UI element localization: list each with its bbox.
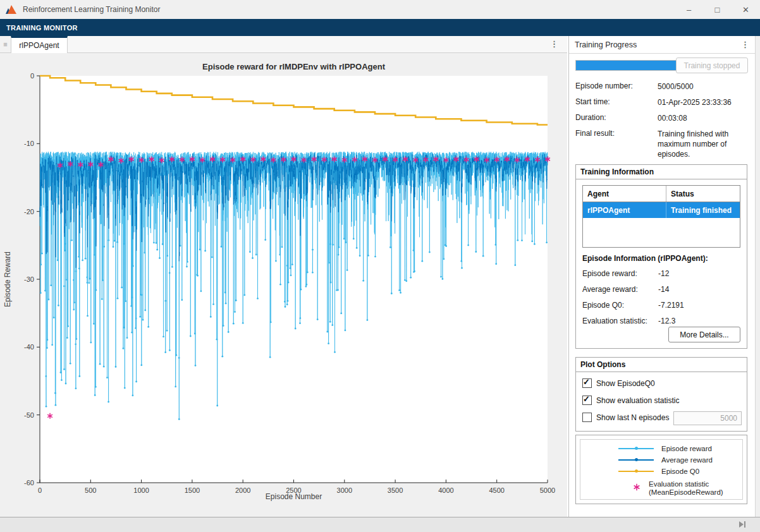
episode-number-value: 5000/5000 <box>658 82 754 92</box>
window-controls: – □ ✕ <box>675 0 760 19</box>
svg-text:-40: -40 <box>24 343 34 351</box>
average-reward-row: Average reward: -14 <box>582 285 740 294</box>
toolstrip: TRAINING MONITOR <box>0 19 760 36</box>
episode-number-label: Episode number: <box>575 82 633 90</box>
training-stopped-button: Training stopped <box>676 57 748 73</box>
show-last-n-episodes-checkbox[interactable] <box>582 413 592 422</box>
final-result-label: Final result: <box>575 129 615 138</box>
legend-row-3: Evaluation statistic (MeanEpisodeReward) <box>580 480 742 497</box>
svg-text:500: 500 <box>85 487 96 494</box>
svg-text:Episode Reward: Episode Reward <box>3 251 12 307</box>
average-reward-line-icon <box>618 457 654 463</box>
table-row[interactable]: rlPPOAgent Training finished <box>583 202 740 218</box>
tab-grip-icon[interactable]: ≡ <box>0 36 11 52</box>
svg-text:3500: 3500 <box>388 487 403 494</box>
svg-text:Episode Number: Episode Number <box>266 492 322 501</box>
duration-label: Duration: <box>575 113 606 122</box>
status-column-header: Status <box>666 186 740 202</box>
episode-reward-value: -12 <box>658 269 669 278</box>
start-time-label: Start time: <box>575 97 610 106</box>
final-result-value: Training finished with maximum number of… <box>658 129 754 159</box>
episode-reward-line-icon <box>618 445 654 452</box>
legend-label: Average reward <box>661 456 713 464</box>
episode-reward-label: Episode reward: <box>582 269 637 278</box>
svg-text:0: 0 <box>38 487 42 494</box>
show-last-n-episodes-option[interactable]: Show last N episodes <box>582 413 669 422</box>
legend-row-0: Episode reward <box>580 444 742 453</box>
svg-text:3000: 3000 <box>337 487 352 494</box>
episode-information-title: Episode Information (rlPPOAgent): <box>582 254 708 263</box>
last-n-episodes-input[interactable] <box>673 411 742 425</box>
tab-actions-icon[interactable]: ⋮ <box>550 39 558 49</box>
minimize-button[interactable]: – <box>675 0 703 19</box>
toolstrip-tab-training-monitor[interactable]: TRAINING MONITOR <box>6 24 78 32</box>
episode-q0-value: -7.2191 <box>658 301 684 310</box>
svg-text:-20: -20 <box>24 208 34 215</box>
plot-options-title: Plot Options <box>576 358 747 372</box>
progress-bar-fill <box>576 61 677 70</box>
duration-row: Duration: 00:03:08 <box>575 113 747 122</box>
episode-q0-row: Episode Q0: -7.2191 <box>582 301 740 310</box>
panel-menu-icon[interactable]: ⋮ <box>741 40 749 49</box>
svg-text:5000: 5000 <box>540 487 555 494</box>
svg-text:-50: -50 <box>24 411 34 419</box>
svg-text:-60: -60 <box>24 479 34 487</box>
panel-title: Training Progress <box>575 40 637 49</box>
plot-options-section: Plot Options Show EpisodeQ0 Show evaluat… <box>575 357 747 432</box>
panel-header: Training Progress ⋮ <box>569 36 755 54</box>
close-button[interactable]: ✕ <box>732 0 760 19</box>
panel-gutter <box>755 36 760 517</box>
title-bar: Reinforcement Learning Training Monitor … <box>0 0 760 19</box>
episode-reward-row: Episode reward: -12 <box>582 269 740 278</box>
more-details-button[interactable]: More Details... <box>668 327 740 342</box>
agent-status-table: Agent Status rlPPOAgent Training finishe… <box>582 185 740 248</box>
show-evaluation-statistic-checkbox[interactable] <box>582 396 592 405</box>
evaluation-statistic-label: Evaluation statistic: <box>582 317 647 325</box>
episode-number-row: Episode number: 5000/5000 <box>575 82 747 90</box>
start-time-row: Start time: 01-Apr-2025 23:33:36 <box>575 97 747 106</box>
status-bar <box>0 517 760 532</box>
start-time-value: 01-Apr-2025 23:33:36 <box>658 97 754 107</box>
show-evaluation-statistic-option[interactable]: Show evaluation statistic <box>582 396 679 405</box>
window-title: Reinforcement Learning Training Monitor <box>23 5 160 14</box>
show-episodeq0-option[interactable]: Show EpisodeQ0 <box>582 378 655 388</box>
skip-to-end-icon[interactable] <box>739 521 746 528</box>
final-result-row: Final result: Training finished with max… <box>575 129 747 138</box>
show-episodeq0-label: Show EpisodeQ0 <box>596 379 655 388</box>
document-tab-bar: ≡ rlPPOAgent ⋮ <box>0 36 567 53</box>
show-episodeq0-checkbox[interactable] <box>582 378 592 388</box>
legend-label: Episode Q0 <box>661 468 699 476</box>
agent-column-header: Agent <box>583 186 666 202</box>
progress-bar <box>575 60 678 71</box>
training-plot: Episode reward for rlMDPEnv with rlPPOAg… <box>0 53 567 517</box>
legend-label: Evaluation statistic (MeanEpisodeReward) <box>649 480 723 497</box>
show-last-n-episodes-label: Show last N episodes <box>596 413 669 422</box>
legend-row-2: Episode Q0 <box>580 467 742 476</box>
table-header-row: Agent Status <box>583 186 740 202</box>
svg-text:Episode reward for rlMDPEnv wi: Episode reward for rlMDPEnv with rlPPOAg… <box>202 62 386 71</box>
show-evaluation-statistic-label: Show evaluation statistic <box>596 396 679 405</box>
svg-text:-10: -10 <box>24 140 34 147</box>
agent-cell[interactable]: rlPPOAgent <box>583 202 666 218</box>
legend-label: Episode reward <box>661 445 712 453</box>
legend-row-1: Average reward <box>580 456 742 464</box>
episode-q0-label: Episode Q0: <box>582 301 624 310</box>
training-information-title: Training Information <box>576 165 747 179</box>
maximize-button[interactable]: □ <box>703 0 732 19</box>
status-cell[interactable]: Training finished <box>666 202 740 218</box>
figure-area: Episode reward for rlMDPEnv with rlPPOAg… <box>0 53 567 517</box>
tab-rlppoagent[interactable]: rlPPOAgent <box>11 36 68 53</box>
svg-text:-30: -30 <box>24 275 34 283</box>
evaluation-statistic-row: Evaluation statistic: -12.3 <box>582 317 740 325</box>
average-reward-value: -14 <box>658 285 669 294</box>
svg-text:4000: 4000 <box>438 487 453 494</box>
average-reward-label: Average reward: <box>582 285 638 294</box>
legend-inner: Episode reward Average reward Episode Q0 <box>580 439 743 500</box>
evaluation-statistic-value: -12.3 <box>658 317 675 325</box>
legend-box: Episode reward Average reward Episode Q0 <box>575 435 747 504</box>
svg-text:1000: 1000 <box>133 487 149 494</box>
training-progress-panel: Training Progress ⋮ Training stopped Epi… <box>568 36 755 517</box>
svg-text:0: 0 <box>30 72 34 80</box>
svg-text:4500: 4500 <box>489 487 504 494</box>
duration-value: 00:03:08 <box>658 113 754 123</box>
